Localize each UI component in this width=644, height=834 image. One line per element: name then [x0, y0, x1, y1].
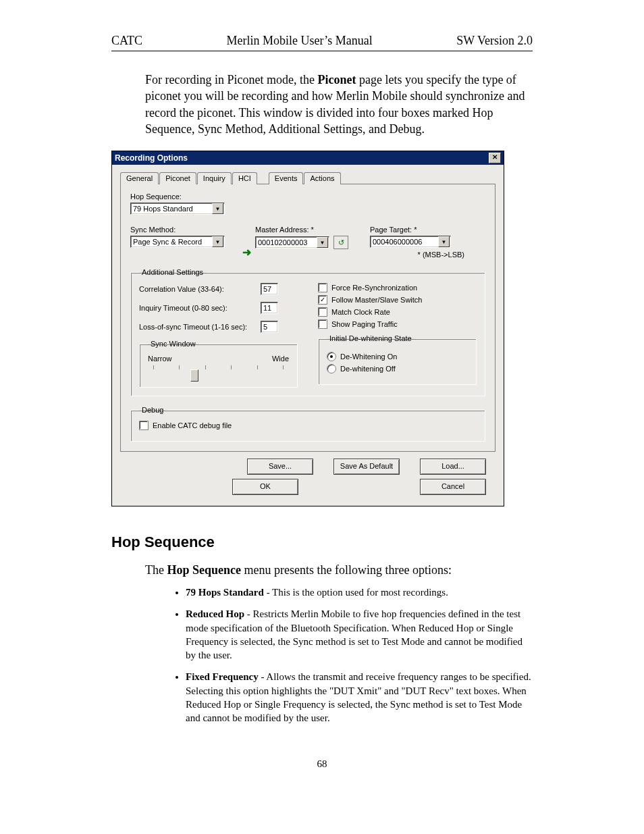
enable-debug-checkbox[interactable]: Enable CATC debug file: [139, 421, 477, 430]
arrow-right-icon: ➜: [242, 246, 251, 259]
radio-icon: [327, 352, 336, 361]
dialog-button-row: Save... Save As Default Load... OK Cance…: [120, 452, 495, 498]
header-right: SW Version 2.0: [456, 34, 533, 48]
dialog-titlebar: Recording Options ✕: [112, 151, 504, 165]
sync-window-slider[interactable]: [148, 365, 289, 379]
tab-events[interactable]: Events: [269, 172, 304, 184]
tab-inquiry[interactable]: Inquiry: [197, 172, 232, 184]
match-clock-checkbox[interactable]: Match Clock Rate: [318, 307, 477, 317]
match-clock-label: Match Clock Rate: [331, 308, 390, 316]
page-target-combo[interactable]: 000406000006 ▼: [370, 236, 451, 248]
cancel-button[interactable]: Cancel: [420, 479, 486, 495]
intro-bold: Piconet: [317, 73, 356, 86]
checkbox-icon: [318, 307, 327, 317]
item-bold: Reduced Hop: [186, 608, 244, 619]
dialog-title: Recording Options: [115, 153, 188, 163]
correlation-label: Correlation Value (33-64):: [139, 285, 261, 293]
sync-window-group: Sync Window Narrow Wide: [139, 340, 298, 388]
checkbox-icon: [318, 283, 327, 292]
save-default-button[interactable]: Save As Default: [333, 459, 400, 475]
save-button[interactable]: Save...: [247, 459, 313, 475]
section-title: Hop Sequence: [111, 533, 533, 551]
master-address-combo[interactable]: 000102000003 ▼: [255, 236, 329, 249]
options-list: 79 Hops Standard - This is the option us…: [186, 585, 533, 725]
checkbox-icon: [139, 421, 149, 430]
tab-general[interactable]: General: [120, 172, 159, 184]
hop-sequence-label: Hop Sequence:: [130, 192, 485, 201]
inquiry-timeout-label: Inquiry Timeout (0-80 sec):: [139, 304, 261, 312]
force-resync-label: Force Re-Synchronization: [331, 284, 417, 292]
item-text: - This is the option used for most recor…: [264, 587, 448, 598]
master-address-value: 000102000003: [258, 238, 307, 246]
section-lead: The Hop Sequence menu presents the follo…: [145, 563, 533, 577]
enable-debug-label: Enable CATC debug file: [153, 421, 232, 429]
correlation-input[interactable]: 57: [261, 283, 278, 295]
msb-lsb-note: * (MSB->LSB): [370, 251, 464, 259]
checkbox-icon: ✓: [318, 295, 327, 305]
sync-method-value: Page Sync & Record: [133, 238, 202, 246]
master-address-label: Master Address: *: [255, 226, 356, 234]
sync-method-label: Sync Method:: [130, 226, 238, 234]
hop-sequence-value: 79 Hops Standard: [133, 205, 193, 213]
show-paging-label: Show Paging Traffic: [331, 320, 398, 328]
dewhitening-on-label: De-Whitening On: [340, 353, 397, 361]
debug-group: Debug Enable CATC debug file: [130, 406, 485, 442]
additional-settings-legend: Additional Settings: [139, 268, 206, 276]
intro-pre: For recording in Piconet mode, the: [145, 73, 317, 86]
ok-button[interactable]: OK: [232, 479, 298, 495]
correlation-value: 57: [263, 285, 271, 293]
load-button[interactable]: Load...: [420, 459, 486, 475]
close-button[interactable]: ✕: [489, 153, 501, 163]
tab-actions[interactable]: Actions: [304, 172, 340, 184]
los-timeout-value: 5: [263, 323, 267, 331]
recording-options-dialog: Recording Options ✕ General Piconet Inqu…: [111, 151, 504, 506]
follow-switch-label: Follow Master/Slave Switch: [331, 296, 423, 304]
lead-post: menu presents the following three option…: [241, 563, 452, 577]
dewhitening-off-radio[interactable]: De-whitening Off: [327, 364, 468, 373]
swap-icon: ↺: [338, 238, 344, 247]
page-number: 68: [111, 758, 533, 770]
swap-button[interactable]: ↺: [333, 236, 348, 249]
tab-hci[interactable]: HCI: [232, 172, 257, 184]
dewhitening-legend: Initial De-whitening State: [327, 334, 414, 342]
sync-window-narrow: Narrow: [148, 355, 171, 363]
sync-window-wide: Wide: [272, 355, 289, 363]
page-header: CATC Merlin Mobile User’s Manual SW Vers…: [111, 34, 533, 51]
checkbox-icon: [318, 319, 327, 329]
inquiry-timeout-input[interactable]: 11: [261, 302, 278, 314]
dewhitening-off-label: De-whitening Off: [340, 365, 396, 373]
sync-window-legend: Sync Window: [148, 340, 198, 348]
item-bold: Fixed Frequency: [186, 671, 259, 682]
chevron-down-icon: ▼: [212, 236, 223, 247]
page-target-label: Page Target: *: [370, 226, 464, 234]
debug-legend: Debug: [139, 406, 166, 414]
lead-pre: The: [145, 563, 167, 577]
dewhitening-group: Initial De-whitening State De-Whitening …: [318, 334, 477, 385]
chevron-down-icon: ▼: [212, 203, 223, 214]
close-icon: ✕: [492, 153, 498, 161]
slider-thumb-icon: [190, 369, 198, 382]
list-item: 79 Hops Standard - This is the option us…: [186, 585, 533, 599]
header-center: Merlin Mobile User’s Manual: [227, 34, 373, 48]
lead-bold: Hop Sequence: [167, 563, 241, 577]
list-item: Reduced Hop - Restricts Merlin Mobile to…: [186, 607, 533, 662]
tab-bar: General Piconet Inquiry HCI Events Actio…: [120, 172, 495, 184]
los-timeout-input[interactable]: 5: [261, 321, 278, 333]
page-target-value: 000406000006: [373, 238, 422, 246]
inquiry-timeout-value: 11: [263, 304, 271, 312]
list-item: Fixed Frequency - Allows the transmit an…: [186, 670, 533, 725]
dewhitening-on-radio[interactable]: De-Whitening On: [327, 352, 468, 361]
radio-icon: [327, 364, 336, 373]
tab-content-piconet: Hop Sequence: 79 Hops Standard ▼ Sync Me…: [120, 184, 495, 452]
sync-method-combo[interactable]: Page Sync & Record ▼: [130, 236, 225, 248]
additional-settings-group: Additional Settings Correlation Value (3…: [130, 268, 485, 396]
show-paging-checkbox[interactable]: Show Paging Traffic: [318, 319, 477, 329]
tab-piconet[interactable]: Piconet: [159, 172, 196, 184]
chevron-down-icon: ▼: [317, 237, 328, 248]
intro-paragraph: For recording in Piconet mode, the Picon…: [145, 72, 533, 137]
chevron-down-icon: ▼: [438, 236, 450, 247]
hop-sequence-combo[interactable]: 79 Hops Standard ▼: [130, 203, 225, 215]
follow-switch-checkbox[interactable]: ✓ Follow Master/Slave Switch: [318, 295, 477, 305]
force-resync-checkbox[interactable]: Force Re-Synchronization: [318, 283, 477, 292]
los-timeout-label: Loss-of-sync Timeout (1-16 sec):: [139, 323, 261, 331]
